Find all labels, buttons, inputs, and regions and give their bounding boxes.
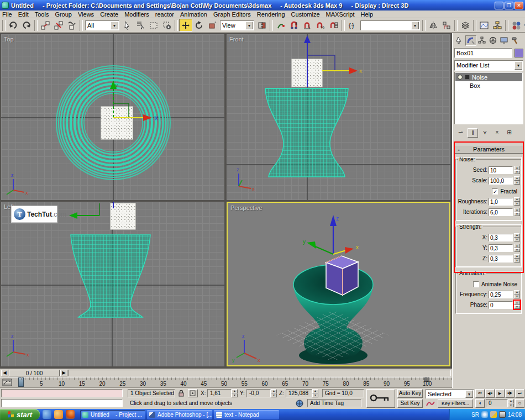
snaps-toggle-button[interactable]: 3 [287,19,301,32]
strength-x-spinner[interactable]: ▲▼ [514,233,520,242]
menu-create[interactable]: Create [100,11,118,18]
frequency-spinner[interactable]: ▲▼ [514,290,520,298]
y-coord-field[interactable]: -0,0 [246,389,271,397]
quicklaunch-ie-icon[interactable] [43,410,51,419]
rectangular-selection-region-button[interactable] [147,19,160,32]
dropdown-arrow-icon[interactable]: ▼ [245,22,253,29]
layer-manager-button[interactable] [459,19,472,32]
unlink-selection-button[interactable] [52,19,65,32]
phase-spinner[interactable]: ▲▼ [514,301,520,309]
language-indicator[interactable]: SR [471,412,479,418]
iterations-spinner[interactable]: ▲▼ [514,208,520,216]
strength-z-spinner[interactable]: ▲▼ [514,254,520,262]
object-name-field[interactable]: Box01 [454,48,512,58]
animate-noise-checkbox[interactable] [473,281,479,287]
start-button[interactable]: start [0,409,40,420]
strength-y-field[interactable]: 0,3 [489,244,513,252]
maxscript-mini-listener[interactable] [1,399,123,407]
strength-y-spinner[interactable]: ▲▼ [514,244,520,252]
set-key-button[interactable]: Set Key [397,399,423,408]
select-and-link-button[interactable] [39,19,52,32]
viewport-front[interactable]: Front x zx [227,34,450,200]
tab-utilities[interactable] [510,35,521,46]
time-slider-track[interactable] [68,370,451,376]
close-button[interactable]: ✕ [514,2,523,9]
scale-spinner[interactable]: ▲▼ [514,176,520,185]
menu-customize[interactable]: Customize [291,11,320,18]
phase-field[interactable]: 0 [489,301,513,309]
menu-edit[interactable]: Edit [18,11,29,18]
percent-snap-toggle-button[interactable]: % [314,19,327,32]
remove-modifier-button[interactable]: × [492,128,502,138]
dropdown-arrow-icon[interactable]: ▼ [411,22,419,29]
track-bar[interactable]: 5101520253035404550556065707580859095100 [0,377,452,388]
set-keys-button[interactable] [366,389,395,408]
dropdown-arrow-icon[interactable]: ▼ [465,390,473,398]
x-coord-field[interactable]: 1,61 [207,389,232,397]
task-notepad[interactable]: text - Notepad [214,410,279,419]
previous-frame-arrow[interactable]: ◀ [1,370,8,376]
modifier-list-dropdown[interactable]: Modifier List ▼ [454,60,523,71]
align-button[interactable] [440,19,453,32]
mini-curve-editor-icon[interactable] [2,379,13,387]
configure-modifier-sets-button[interactable]: ⊞ [504,128,514,138]
menu-rendering[interactable]: Rendering [257,11,285,18]
select-object-button[interactable] [120,19,134,32]
frame-spinner[interactable]: ▲▼ [508,399,514,407]
new-key-mode-icon[interactable] [426,400,435,407]
go-to-end-button[interactable]: ⏭ [515,389,524,398]
menu-help[interactable]: Help [361,11,374,18]
task-3dsmax[interactable]: Untitled - Project ... [80,410,145,419]
strength-z-field[interactable]: 0,3 [489,255,513,262]
menu-group[interactable]: Group [55,11,72,18]
tray-icon-back[interactable] [481,411,488,418]
key-mode-toggle-button[interactable]: ⏴ [475,399,485,408]
scale-field[interactable]: 100,0 [489,177,513,185]
render-setup-button[interactable] [523,19,525,32]
menu-tools[interactable]: Tools [35,11,49,18]
select-and-manipulate-button[interactable] [274,19,287,32]
quicklaunch-icon[interactable] [54,410,63,419]
tab-hierarchy[interactable] [476,35,487,46]
modifier-stack-item-box[interactable]: Box [455,81,522,90]
object-color-swatch[interactable] [514,49,523,57]
named-selection-dropdown[interactable]: ▼ [360,20,420,30]
show-end-result-button[interactable]: ‖ [468,128,478,138]
key-filters-button[interactable]: Key Filters... [438,399,473,408]
make-unique-button[interactable]: ⋎ [480,128,490,138]
rollout-collapse-icon[interactable]: - [455,146,463,153]
tray-icon-display[interactable] [499,411,506,418]
frequency-field[interactable]: 0,25 [489,291,513,298]
redo-button[interactable] [20,19,33,32]
window-crossing-button[interactable] [160,19,174,32]
add-time-tag[interactable]: Add Time Tag [307,399,361,407]
menu-maxscript[interactable]: MAXScript [326,11,355,18]
menu-animation[interactable]: Animation [180,11,207,18]
viewport-perspective[interactable]: Perspective [227,202,450,366]
menu-modifiers[interactable]: Modifiers [124,11,149,18]
select-and-move-button[interactable] [179,19,192,32]
tab-modify[interactable] [465,35,476,46]
maxscript-mini-listener-macro[interactable] [1,389,123,397]
time-slider-thumb[interactable]: 0 / 100 [9,370,60,376]
go-to-start-button[interactable]: ⏮ [475,389,485,398]
selection-filter-dropdown[interactable]: All▼ [85,20,119,30]
seed-field[interactable]: 10 [489,166,513,174]
dropdown-arrow-icon[interactable]: ▼ [514,61,522,70]
roughness-field[interactable]: 1,0 [489,198,513,206]
next-frame-button[interactable]: ⏸▶ [505,389,514,398]
bind-to-space-warp-button[interactable] [65,19,78,32]
menu-views[interactable]: Views [78,11,94,18]
use-pivot-point-center-button[interactable] [255,19,269,32]
selection-lock-icon[interactable] [178,390,185,397]
quicklaunch-firefox-icon[interactable] [66,410,75,419]
menu-file[interactable]: File [2,11,12,18]
z-coord-spinner[interactable]: ▲▼ [312,389,318,397]
undo-button[interactable] [7,19,20,32]
tab-display[interactable] [498,35,510,46]
current-frame-field[interactable]: 0 [486,399,508,407]
angle-snap-toggle-button[interactable] [301,19,314,32]
absolute-offset-mode-button[interactable] [188,389,198,397]
dropdown-arrow-icon[interactable]: ▼ [111,22,118,29]
previous-frame-button[interactable]: ◀⏸ [485,389,495,398]
